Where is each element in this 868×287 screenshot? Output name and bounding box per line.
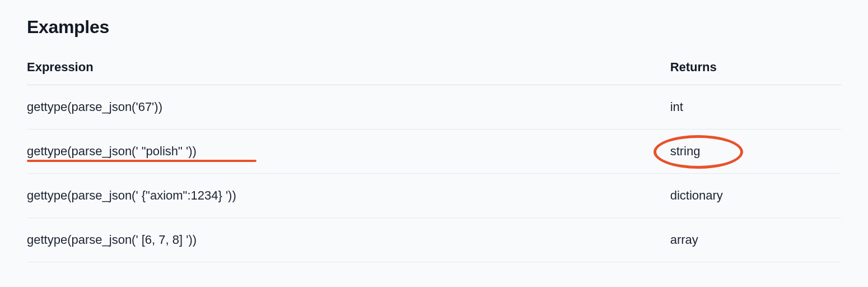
column-header-returns: Returns [670,60,841,85]
cell-returns: string [670,129,841,174]
cell-returns: int [670,85,841,129]
annotation-underline [27,160,256,162]
cell-expression: gettype(parse_json(' "polish" ')) [27,129,670,174]
table-row: gettype(parse_json(' {"axiom":1234} ')) … [27,174,841,218]
section-title: Examples [27,17,841,38]
cell-expression: gettype(parse_json('67')) [27,85,670,129]
column-header-expression: Expression [27,60,670,85]
table-row: gettype(parse_json(' [6, 7, 8] ')) array [27,218,841,262]
cell-expression-text: gettype(parse_json(' "polish" ')) [27,144,197,158]
cell-returns: dictionary [670,174,841,218]
examples-table: Expression Returns gettype(parse_json('6… [27,60,841,262]
table-row: gettype(parse_json(' "polish" ')) string [27,129,841,174]
cell-expression: gettype(parse_json(' {"axiom":1234} ')) [27,174,670,218]
cell-returns-text: string [670,144,701,158]
cell-returns: array [670,218,841,262]
table-header-row: Expression Returns [27,60,841,85]
table-row: gettype(parse_json('67')) int [27,85,841,129]
cell-expression: gettype(parse_json(' [6, 7, 8] ')) [27,218,670,262]
